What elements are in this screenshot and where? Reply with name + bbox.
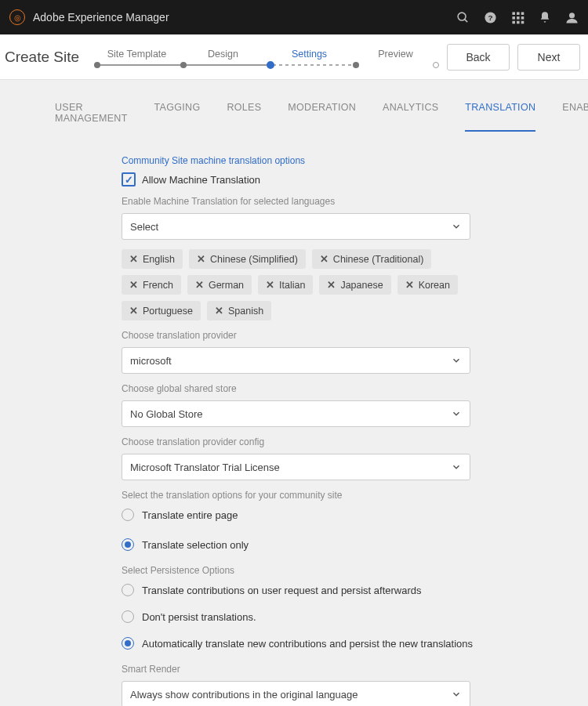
tab-translation[interactable]: TRANSLATION xyxy=(465,102,535,132)
smart-render-select-value: Always show contributions in the origina… xyxy=(130,689,358,701)
close-icon: ✕ xyxy=(197,253,205,265)
wizard-step-label: Site Template xyxy=(94,49,180,60)
chip-chinese-simplified[interactable]: ✕Chinese (Simplified) xyxy=(189,249,306,269)
svg-text:?: ? xyxy=(488,13,492,22)
close-icon: ✕ xyxy=(129,253,138,265)
persistence-label: Select Persistence Options xyxy=(122,565,482,576)
close-icon: ✕ xyxy=(327,279,336,291)
allow-machine-translation-label: Allow Machine Translation xyxy=(142,174,260,186)
enable-languages-label: Enable Machine Translation for selected … xyxy=(122,196,482,207)
bell-icon[interactable] xyxy=(539,11,551,24)
help-icon[interactable]: ? xyxy=(484,11,497,24)
chip-italian[interactable]: ✕Italian xyxy=(258,275,313,295)
radio-dont-persist[interactable] xyxy=(122,610,134,623)
provider-select[interactable]: microsoft xyxy=(122,347,470,374)
wizard-step-settings[interactable]: Settings xyxy=(267,49,353,66)
settings-tabs: USER MANAGEMENT TAGGING ROLES MODERATION… xyxy=(0,80,588,132)
adobe-logo-icon: ◎ xyxy=(9,9,25,25)
back-button[interactable]: Back xyxy=(447,44,510,71)
search-icon[interactable] xyxy=(456,11,470,24)
translation-panel: Community Site machine translation optio… xyxy=(0,132,482,706)
chip-japanese[interactable]: ✕Japanese xyxy=(319,275,390,295)
store-select-value: No Global Store xyxy=(130,408,203,420)
chevron-down-icon xyxy=(451,689,462,700)
chevron-down-icon xyxy=(451,408,462,419)
close-icon: ✕ xyxy=(215,305,223,317)
provider-label: Choose translation provider xyxy=(122,330,482,341)
language-chips: ✕English ✕Chinese (Simplified) ✕Chinese … xyxy=(122,249,482,320)
chevron-down-icon xyxy=(451,355,462,366)
user-icon[interactable] xyxy=(565,11,579,24)
radio-auto-translate-persist-label: Automatically translate new contribution… xyxy=(142,638,473,650)
languages-select-value: Select xyxy=(130,221,158,233)
config-select-value: Microsoft Translator Trial License xyxy=(130,462,280,473)
close-icon: ✕ xyxy=(266,279,274,291)
tab-moderation[interactable]: MODERATION xyxy=(288,102,356,132)
global-topbar: ◎ Adobe Experience Manager ? xyxy=(0,0,588,34)
store-label: Choose global shared store xyxy=(122,383,482,394)
svg-rect-6 xyxy=(521,12,524,15)
radio-auto-translate-persist[interactable] xyxy=(122,637,134,650)
allow-machine-translation-checkbox[interactable]: ✓ xyxy=(122,172,136,186)
svg-line-1 xyxy=(465,19,468,22)
svg-rect-7 xyxy=(512,16,515,20)
chip-french[interactable]: ✕French xyxy=(122,275,181,295)
store-select[interactable]: No Global Store xyxy=(122,400,470,427)
chip-german[interactable]: ✕German xyxy=(187,275,252,295)
chevron-down-icon xyxy=(451,221,462,232)
next-button[interactable]: Next xyxy=(517,44,580,71)
chip-portuguese[interactable]: ✕Portuguese xyxy=(122,301,201,320)
close-icon: ✕ xyxy=(129,305,138,317)
tab-roles[interactable]: ROLES xyxy=(227,102,261,132)
wizard-step-preview[interactable]: Preview xyxy=(353,49,439,66)
radio-translate-selection-only-label: Translate selection only xyxy=(142,539,249,551)
tab-tagging[interactable]: TAGGING xyxy=(154,102,201,132)
config-select[interactable]: Microsoft Translator Trial License xyxy=(122,454,470,480)
tab-analytics[interactable]: ANALYTICS xyxy=(383,102,438,132)
chevron-down-icon xyxy=(451,462,462,472)
chip-chinese-traditional[interactable]: ✕Chinese (Traditional) xyxy=(312,249,432,269)
svg-rect-11 xyxy=(517,20,520,24)
svg-rect-12 xyxy=(521,20,524,24)
chip-english[interactable]: ✕English xyxy=(122,249,183,269)
apps-grid-icon[interactable] xyxy=(511,11,524,24)
svg-point-13 xyxy=(569,13,575,18)
close-icon: ✕ xyxy=(405,279,414,291)
svg-rect-5 xyxy=(517,12,520,15)
svg-point-0 xyxy=(458,13,466,20)
svg-rect-8 xyxy=(517,16,520,20)
config-label: Choose translation provider config xyxy=(122,436,482,447)
close-icon: ✕ xyxy=(195,279,204,291)
wizard-step-label: Design xyxy=(180,49,267,60)
wizard-steps: Site Template Design Settings Preview xyxy=(93,49,439,66)
chip-spanish[interactable]: ✕Spanish xyxy=(207,301,271,320)
svg-rect-10 xyxy=(512,20,515,24)
wizard-step-label: Settings xyxy=(267,49,353,60)
section-title: Community Site machine translation optio… xyxy=(122,155,482,166)
subheader: Create Site Site Template Design Setting… xyxy=(0,34,588,80)
radio-translate-entire-page-label: Translate entire page xyxy=(142,509,238,521)
radio-translate-entire-page[interactable] xyxy=(122,509,134,521)
chip-korean[interactable]: ✕Korean xyxy=(397,275,458,295)
close-icon: ✕ xyxy=(320,253,328,265)
radio-persist-on-request[interactable] xyxy=(122,584,134,596)
radio-translate-selection-only[interactable] xyxy=(122,538,134,551)
provider-select-value: microsoft xyxy=(130,355,172,367)
svg-rect-9 xyxy=(521,16,524,20)
smart-render-select[interactable]: Always show contributions in the origina… xyxy=(122,681,470,706)
page-title: Create Site xyxy=(0,49,93,66)
smart-render-label: Smart Render xyxy=(122,664,482,675)
languages-select[interactable]: Select xyxy=(122,213,470,240)
translation-options-label: Select the translation options for your … xyxy=(122,490,482,501)
radio-dont-persist-label: Don't persist translations. xyxy=(142,611,256,623)
wizard-step-label: Preview xyxy=(353,49,439,60)
tab-enablement[interactable]: ENABLEMENT xyxy=(562,102,588,132)
wizard-step-template[interactable]: Site Template xyxy=(94,49,180,66)
wizard-step-design[interactable]: Design xyxy=(180,49,267,66)
svg-rect-4 xyxy=(512,12,515,15)
tab-user-management[interactable]: USER MANAGEMENT xyxy=(55,102,128,132)
radio-persist-on-request-label: Translate contributions on user request … xyxy=(142,585,421,596)
close-icon: ✕ xyxy=(129,279,138,291)
app-title: Adobe Experience Manager xyxy=(33,11,169,24)
